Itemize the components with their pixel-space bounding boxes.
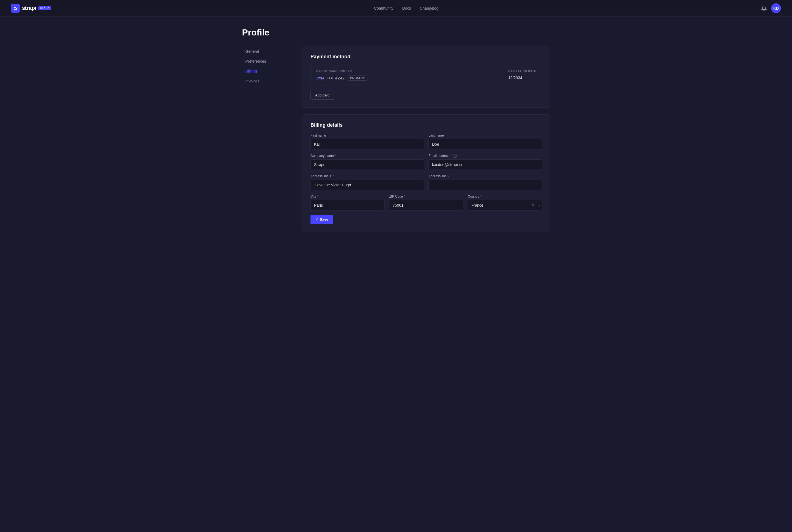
zip-input[interactable] bbox=[389, 200, 463, 210]
cloud-badge: CLOUD bbox=[38, 6, 51, 10]
payment-method-card: Payment method CREDIT CARD NUMBER VISA •… bbox=[302, 46, 550, 108]
check-icon: ✓ bbox=[315, 217, 318, 222]
company-name-input[interactable] bbox=[311, 159, 424, 170]
city-input[interactable] bbox=[311, 200, 385, 210]
billing-details-title: Billing details bbox=[311, 122, 542, 128]
email-field: Email address * i bbox=[428, 154, 542, 170]
company-name-label: Company name * bbox=[311, 154, 424, 158]
address1-label: Address line 1 * bbox=[311, 174, 424, 178]
logo-area: strapi CLOUD bbox=[11, 4, 51, 13]
country-label: Country * bbox=[468, 194, 542, 198]
address1-input[interactable] bbox=[311, 180, 424, 190]
nav-changelog[interactable]: Changelog bbox=[420, 6, 438, 11]
add-card-button[interactable]: Add card bbox=[311, 91, 334, 100]
expiry-section: EXPIRATION DATE 12/2034 bbox=[508, 70, 536, 80]
country-select-wrapper: France Germany United States United King… bbox=[468, 200, 542, 210]
city-field: City * bbox=[311, 194, 385, 210]
notification-button[interactable] bbox=[761, 5, 767, 11]
email-label: Email address * i bbox=[428, 154, 542, 158]
first-name-field: First name bbox=[311, 134, 424, 150]
sidebar-item-billing[interactable]: Billing bbox=[242, 67, 292, 76]
main-content: Payment method CREDIT CARD NUMBER VISA •… bbox=[302, 46, 550, 232]
main-container: Profile General Preferences Billing Invo… bbox=[231, 17, 561, 243]
country-required-star: * bbox=[480, 194, 482, 198]
select-clear-icon[interactable]: ✕ bbox=[532, 203, 535, 207]
credit-card-number-label: CREDIT CARD NUMBER bbox=[316, 70, 508, 73]
company-email-row: Company name * Email address * i bbox=[311, 154, 542, 170]
first-name-input[interactable] bbox=[311, 139, 424, 150]
page-title-area: Profile bbox=[242, 27, 550, 38]
company-name-field: Company name * bbox=[311, 154, 424, 170]
card-number: •••• 4242 bbox=[327, 76, 345, 80]
nav-community[interactable]: Community bbox=[374, 6, 393, 11]
first-name-label: First name bbox=[311, 134, 424, 137]
sidebar-item-invoices[interactable]: Invoices bbox=[242, 77, 292, 86]
city-zip-country-row: City * ZIP Code * bbox=[311, 194, 542, 210]
email-required-star: * bbox=[450, 154, 452, 158]
sidebar: General Preferences Billing Invoices bbox=[242, 46, 292, 232]
expiry-label: EXPIRATION DATE bbox=[508, 70, 536, 73]
address2-input[interactable] bbox=[428, 180, 542, 190]
avatar[interactable]: KD bbox=[771, 3, 781, 13]
card-info: VISA •••• 4242 PRIMARY bbox=[316, 76, 508, 80]
strapi-logo-icon bbox=[11, 4, 20, 13]
last-name-field: Last name bbox=[428, 134, 542, 150]
sidebar-item-general[interactable]: General bbox=[242, 47, 292, 56]
address2-label: Address line 2 bbox=[428, 174, 542, 178]
city-label: City * bbox=[311, 194, 385, 198]
nav-docs[interactable]: Docs bbox=[402, 6, 411, 11]
company-name-required-star: * bbox=[335, 154, 336, 158]
save-button[interactable]: ✓ Save bbox=[311, 215, 333, 224]
page-title: Profile bbox=[242, 27, 550, 38]
save-label: Save bbox=[320, 217, 328, 222]
city-required-star: * bbox=[317, 194, 319, 198]
visa-label: VISA bbox=[316, 76, 325, 80]
last-name-input[interactable] bbox=[428, 139, 542, 150]
name-row: First name Last name bbox=[311, 134, 542, 150]
country-select[interactable]: France Germany United States United King… bbox=[468, 200, 542, 210]
zip-label: ZIP Code * bbox=[389, 194, 463, 198]
logo-text: strapi bbox=[22, 5, 36, 11]
email-input[interactable] bbox=[428, 159, 542, 170]
sidebar-item-preferences[interactable]: Preferences bbox=[242, 57, 292, 66]
address-row: Address line 1 * Address line 2 bbox=[311, 174, 542, 190]
expiry-value: 12/2034 bbox=[508, 76, 536, 80]
email-info-icon[interactable]: i bbox=[453, 154, 457, 158]
zip-required-star: * bbox=[404, 194, 405, 198]
address1-required-star: * bbox=[332, 174, 334, 178]
nav-links: Community Docs Changelog bbox=[374, 6, 438, 11]
payment-method-title: Payment method bbox=[311, 54, 542, 60]
address2-field: Address line 2 bbox=[428, 174, 542, 190]
primary-badge: PRIMARY bbox=[348, 76, 367, 80]
content-area: General Preferences Billing Invoices Pay… bbox=[242, 46, 550, 232]
header-actions: KD bbox=[761, 3, 781, 13]
address1-field: Address line 1 * bbox=[311, 174, 424, 190]
country-field: Country * France Germany United States U… bbox=[468, 194, 542, 210]
credit-card-container: CREDIT CARD NUMBER VISA •••• 4242 PRIMAR… bbox=[311, 65, 542, 85]
billing-details-card: Billing details First name Last name bbox=[302, 114, 550, 232]
header: strapi CLOUD Community Docs Changelog KD bbox=[0, 0, 792, 17]
last-name-label: Last name bbox=[428, 134, 542, 137]
zip-field: ZIP Code * bbox=[389, 194, 463, 210]
